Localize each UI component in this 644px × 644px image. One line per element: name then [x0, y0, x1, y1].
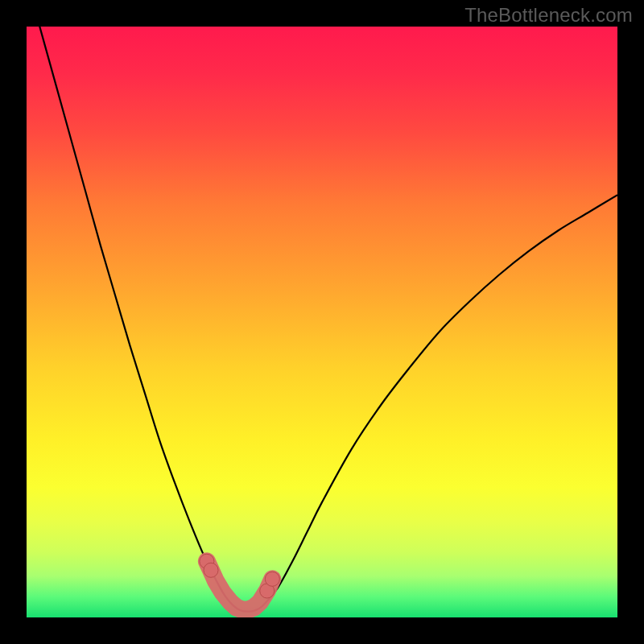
svg-point-4: [265, 572, 279, 586]
svg-point-2: [204, 563, 218, 577]
watermark-label: TheBottleneck.com: [464, 4, 633, 27]
plot-area: [27, 27, 617, 617]
gradient-background: [27, 27, 617, 617]
bottleneck-chart: [27, 27, 617, 617]
chart-frame: TheBottleneck.com: [0, 0, 644, 644]
